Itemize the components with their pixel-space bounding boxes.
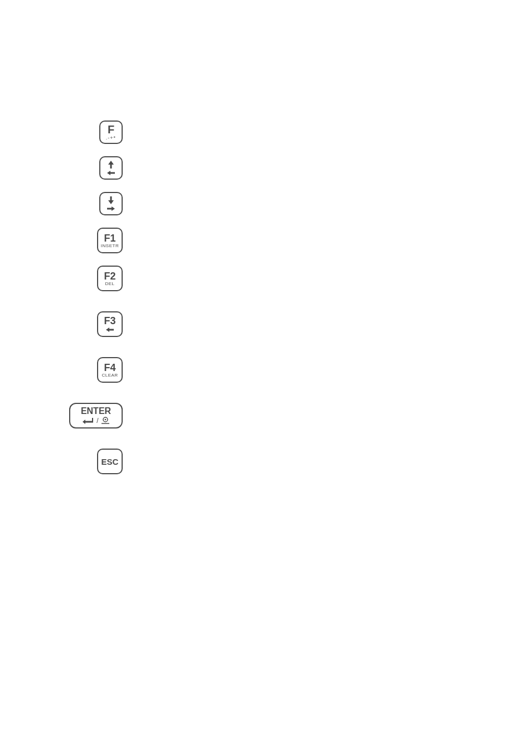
f1-key[interactable]: F1 INSETR — [97, 228, 123, 253]
f3-key[interactable]: F3 — [97, 311, 123, 337]
enter-key[interactable]: ENTER / — [69, 403, 123, 428]
f4-key-label: F4 — [104, 363, 115, 373]
f4-key[interactable]: F4 CLEAR — [97, 357, 123, 383]
f2-key[interactable]: F2 DEL — [97, 266, 123, 291]
f1-key-label: F1 — [104, 233, 115, 243]
f-key-label: F — [108, 124, 114, 135]
down-right-arrow-key[interactable] — [99, 192, 123, 215]
enter-sep: / — [96, 417, 98, 424]
f2-key-label: F2 — [104, 271, 115, 281]
arrow-left-small-icon — [105, 327, 114, 333]
arrow-right-icon — [107, 206, 115, 211]
f-key[interactable]: F .-+* — [99, 121, 123, 144]
return-arrow-icon — [82, 417, 94, 424]
enter-key-label: ENTER — [81, 407, 111, 416]
esc-key-label: ESC — [101, 458, 119, 466]
f1-key-sublabel: INSETR — [101, 244, 119, 248]
power-underline-icon — [101, 417, 110, 425]
f-key-sublabel: .-+* — [106, 136, 116, 141]
f3-key-label: F3 — [104, 316, 115, 326]
f4-key-sublabel: CLEAR — [101, 373, 118, 378]
arrow-up-icon — [107, 160, 115, 169]
arrow-left-icon — [107, 170, 115, 176]
arrow-down-icon — [107, 196, 115, 205]
f2-key-sublabel: DEL — [105, 282, 114, 286]
esc-key[interactable]: ESC — [97, 449, 123, 474]
up-left-arrow-key[interactable] — [99, 156, 123, 180]
svg-point-1 — [104, 419, 106, 421]
